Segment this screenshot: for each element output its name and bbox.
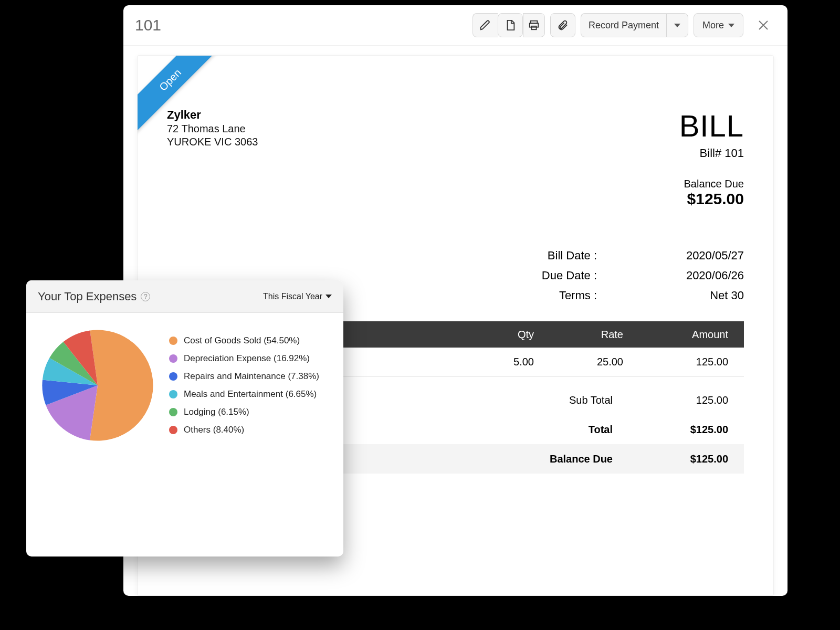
legend-item: Meals and Entertainment (6.65%) xyxy=(169,389,319,400)
swatch-icon xyxy=(169,426,177,434)
status-ribbon: Open xyxy=(137,55,226,137)
top-expenses-header: Your Top Expenses ? This Fiscal Year xyxy=(26,280,343,313)
pdf-button[interactable] xyxy=(498,13,523,37)
close-button[interactable] xyxy=(751,13,776,38)
record-payment-label: Record Payment xyxy=(589,20,659,31)
bill-number: Bill# 101 xyxy=(679,146,744,160)
chevron-down-icon xyxy=(674,24,680,27)
top-expenses-title: Your Top Expenses xyxy=(38,290,136,303)
legend-item: Cost of Goods Sold (54.50%) xyxy=(169,335,319,346)
doc-type: BILL xyxy=(679,108,744,143)
edit-button[interactable] xyxy=(472,13,498,37)
expenses-legend: Cost of Goods Sold (54.50%) Depreciation… xyxy=(169,335,319,435)
legend-label: Meals and Entertainment (6.65%) xyxy=(184,389,317,400)
swatch-icon xyxy=(169,337,177,345)
balance-due-label: Balance Due xyxy=(679,178,744,190)
bill-date-value: 2020/05/27 xyxy=(649,249,744,262)
toolbar: 101 xyxy=(123,5,788,46)
col-amount: Amount xyxy=(665,329,728,341)
record-payment-dropdown[interactable] xyxy=(666,13,688,37)
due-date-value: 2020/06/26 xyxy=(649,269,744,282)
col-qty: Qty xyxy=(492,329,534,341)
cell-amount: 125.00 xyxy=(665,356,728,368)
legend-label: Repairs and Maintenance (7.38%) xyxy=(184,371,319,382)
swatch-icon xyxy=(169,372,177,381)
balance-due-row-value: $125.00 xyxy=(649,453,728,465)
terms-value: Net 30 xyxy=(649,289,744,302)
record-payment-button[interactable]: Record Payment xyxy=(581,13,666,37)
cell-qty: 5.00 xyxy=(492,356,534,368)
chevron-down-icon xyxy=(728,24,734,27)
paperclip-icon xyxy=(557,19,569,31)
page-title: 101 xyxy=(135,16,161,34)
period-label: This Fiscal Year xyxy=(263,292,322,301)
bill-date-label: Bill Date : xyxy=(502,249,597,262)
status-ribbon-wrap: Open xyxy=(137,55,226,144)
chevron-down-icon xyxy=(326,295,332,298)
subtotal-label: Sub Total xyxy=(481,394,649,406)
pencil-icon xyxy=(479,19,491,31)
expenses-pie-chart xyxy=(40,328,155,443)
top-expenses-card: Your Top Expenses ? This Fiscal Year Cos… xyxy=(26,280,343,556)
legend-label: Others (8.40%) xyxy=(184,425,244,435)
terms-label: Terms : xyxy=(502,289,597,302)
swatch-icon xyxy=(169,408,177,416)
total-label: Total xyxy=(481,424,649,436)
toolbar-icon-group xyxy=(472,13,545,37)
pdf-icon xyxy=(505,19,516,31)
col-rate: Rate xyxy=(576,329,623,341)
due-date-label: Due Date : xyxy=(502,269,597,282)
legend-item: Lodging (6.15%) xyxy=(169,407,319,417)
help-icon[interactable]: ? xyxy=(141,292,150,301)
period-selector[interactable]: This Fiscal Year xyxy=(263,292,332,301)
more-label: More xyxy=(702,20,724,31)
printer-icon xyxy=(528,19,540,31)
legend-item: Depreciation Expense (16.92%) xyxy=(169,353,319,364)
legend-label: Depreciation Expense (16.92%) xyxy=(184,353,310,364)
legend-label: Lodging (6.15%) xyxy=(184,407,249,417)
swatch-icon xyxy=(169,390,177,398)
cell-rate: 25.00 xyxy=(576,356,623,368)
total-value: $125.00 xyxy=(649,424,728,436)
pie-slice xyxy=(90,330,153,440)
record-payment-group: Record Payment xyxy=(581,13,688,37)
attach-button[interactable] xyxy=(550,13,575,37)
more-button[interactable]: More xyxy=(694,13,743,37)
legend-item: Repairs and Maintenance (7.38%) xyxy=(169,371,319,382)
legend-label: Cost of Goods Sold (54.50%) xyxy=(184,335,300,346)
close-icon xyxy=(757,19,770,32)
swatch-icon xyxy=(169,354,177,363)
subtotal-value: 125.00 xyxy=(649,394,728,406)
legend-item: Others (8.40%) xyxy=(169,425,319,435)
balance-due-value: $125.00 xyxy=(679,190,744,208)
balance-due-row-label: Balance Due xyxy=(481,453,649,465)
print-button[interactable] xyxy=(523,13,545,37)
